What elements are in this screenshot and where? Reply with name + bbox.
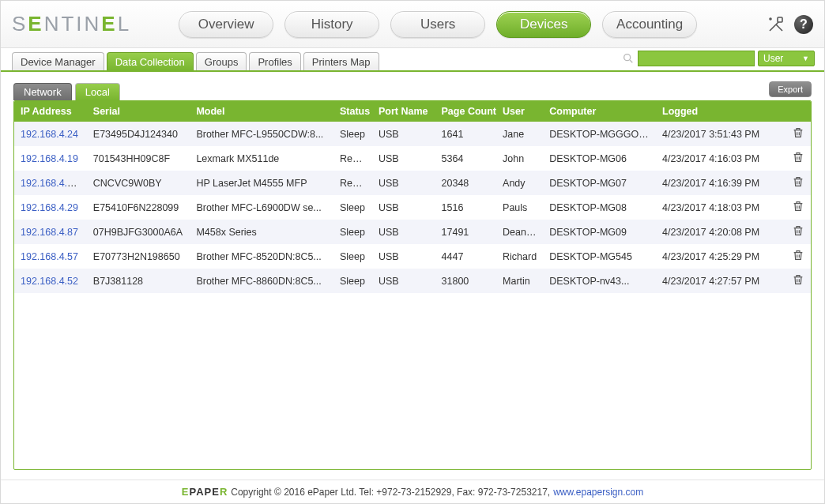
svg-point-2 (624, 55, 631, 61)
ip-link[interactable]: 192.168.4.52 (21, 276, 78, 287)
col-user[interactable]: User (496, 101, 543, 122)
subtab-profiles[interactable]: Profiles (249, 52, 300, 70)
cell-serial: B7J381128 (87, 269, 190, 293)
cell-ip-address: 192.168.4.87 (14, 220, 87, 244)
ip-link[interactable]: 192.168.4.57 (21, 251, 78, 262)
cell-logged: 4/23/2017 4:18:03 PM (656, 195, 785, 220)
subtab-groups[interactable]: Groups (196, 52, 247, 70)
trash-icon (792, 254, 804, 265)
export-button[interactable]: Export (769, 81, 812, 97)
delete-button[interactable] (785, 122, 811, 146)
cell-port-name: USB (372, 244, 435, 269)
content: NetworkLocal Export IP AddressSerialMode… (1, 72, 824, 480)
cell-computer: DESKTOP-MG08 (543, 195, 656, 220)
main-nav: OverviewHistoryUsersDevicesAccounting (179, 11, 697, 38)
delete-button[interactable] (785, 269, 811, 293)
col-page-count[interactable]: Page Count (435, 101, 497, 122)
subtab-printers-map[interactable]: Printers Map (303, 52, 379, 70)
cell-computer: DESKTOP-nv43... (543, 269, 656, 293)
subtab-data-collection[interactable]: Data Collection (107, 52, 194, 70)
col-port-name[interactable]: Port Name (372, 101, 435, 122)
cell-model: Lexmark MX511de (190, 146, 333, 171)
tab-network[interactable]: Network (13, 83, 72, 100)
tab-local[interactable]: Local (75, 83, 120, 100)
col-delete (785, 101, 811, 122)
cell-user: Jane (496, 122, 543, 146)
cell-status: Sleep (333, 269, 372, 293)
table-row[interactable]: 192.168.4.8707H9BJFG3000A6AM458x SeriesS… (14, 220, 811, 244)
nav-accounting[interactable]: Accounting (602, 11, 697, 38)
cell-port-name: USB (372, 122, 435, 146)
inner-tabs: NetworkLocal (13, 83, 120, 100)
search-scope-select[interactable]: User ▼ (758, 51, 815, 66)
cell-computer: DESKTOP-MG545 (543, 244, 656, 269)
cell-model: HP LaserJet M4555 MFP (190, 171, 333, 195)
cell-logged: 4/23/2017 4:16:39 PM (656, 171, 785, 195)
table-row[interactable]: 192.168.4.29E75410F6N228099Brother MFC-L… (14, 195, 811, 220)
ip-link[interactable]: 192.168.4.153 (21, 178, 84, 189)
cell-status: Ready (333, 171, 372, 195)
cell-serial: 07H9BJFG3000A6A (87, 220, 190, 244)
cell-page-count: 1641 (435, 122, 497, 146)
table-row[interactable]: 192.168.4.153CNCVC9W0BYHP LaserJet M4555… (14, 171, 811, 195)
cell-port-name: USB (372, 269, 435, 293)
cell-status: Sleep (333, 220, 372, 244)
footer: EPAPER Copyright © 2016 ePaper Ltd. Tel:… (1, 480, 824, 503)
col-computer[interactable]: Computer (543, 101, 656, 122)
cell-ip-address: 192.168.4.153 (14, 171, 87, 195)
delete-button[interactable] (785, 195, 811, 220)
cell-user: Richard (496, 244, 543, 269)
cell-computer: DESKTOP-MG09 (543, 220, 656, 244)
subtabs: Device ManagerData CollectionGroupsProfi… (12, 52, 379, 70)
subtab-device-manager[interactable]: Device Manager (12, 52, 104, 70)
cell-page-count: 31800 (435, 269, 497, 293)
nav-history[interactable]: History (284, 11, 379, 38)
cell-port-name: USB (372, 195, 435, 220)
search-input[interactable] (638, 51, 755, 66)
delete-button[interactable] (785, 220, 811, 244)
cell-page-count: 5364 (435, 146, 497, 171)
cell-logged: 4/23/2017 4:20:08 PM (656, 220, 785, 244)
cell-page-count: 17491 (435, 220, 497, 244)
help-icon[interactable]: ? (794, 15, 813, 34)
ip-link[interactable]: 192.168.4.24 (21, 129, 78, 140)
col-logged[interactable]: Logged (656, 101, 785, 122)
table-row[interactable]: 192.168.4.19701543HH09C8FLexmark MX511de… (14, 146, 811, 171)
col-ip-address[interactable]: IP Address (14, 101, 87, 122)
cell-ip-address: 192.168.4.24 (14, 122, 87, 146)
footer-link[interactable]: www.epapersign.com (553, 487, 643, 498)
cell-serial: 701543HH09C8F (87, 146, 190, 171)
table-row[interactable]: 192.168.4.57E70773H2N198650Brother MFC-8… (14, 244, 811, 269)
delete-button[interactable] (785, 244, 811, 269)
cell-user: Deaneva (496, 220, 543, 244)
table-row[interactable]: 192.168.4.52B7J381128Brother MFC-8860DN:… (14, 269, 811, 293)
footer-text: Copyright © 2016 ePaper Ltd. Tel: +972-7… (231, 487, 550, 498)
table-row[interactable]: 192.168.4.24E73495D4J124340Brother MFC-L… (14, 122, 811, 146)
footer-brand: EPAPER (182, 486, 228, 498)
col-model[interactable]: Model (190, 101, 333, 122)
search-area: User ▼ (622, 51, 815, 66)
svg-rect-0 (778, 17, 782, 22)
col-serial[interactable]: Serial (87, 101, 190, 122)
cell-user: John (496, 146, 543, 171)
settings-icon[interactable] (766, 14, 786, 35)
delete-button[interactable] (785, 171, 811, 195)
cell-status: Sleep (333, 244, 372, 269)
sub-toolbar: Device ManagerData CollectionGroupsProfi… (1, 48, 824, 72)
trash-icon (792, 131, 804, 142)
cell-logged: 4/23/2017 4:16:03 PM (656, 146, 785, 171)
ip-link[interactable]: 192.168.4.19 (21, 153, 78, 164)
cell-ip-address: 192.168.4.57 (14, 244, 87, 269)
cell-user: Andy (496, 171, 543, 195)
nav-users[interactable]: Users (390, 11, 485, 38)
ip-link[interactable]: 192.168.4.29 (21, 202, 78, 213)
nav-devices[interactable]: Devices (496, 11, 591, 38)
cell-ip-address: 192.168.4.52 (14, 269, 87, 293)
trash-icon (792, 205, 804, 216)
delete-button[interactable] (785, 146, 811, 171)
nav-overview[interactable]: Overview (179, 11, 273, 38)
ip-link[interactable]: 192.168.4.87 (21, 227, 78, 238)
cell-user: Pauls (496, 195, 543, 220)
col-status[interactable]: Status (333, 101, 372, 122)
cell-computer: DESKTOP-MG06 (543, 146, 656, 171)
